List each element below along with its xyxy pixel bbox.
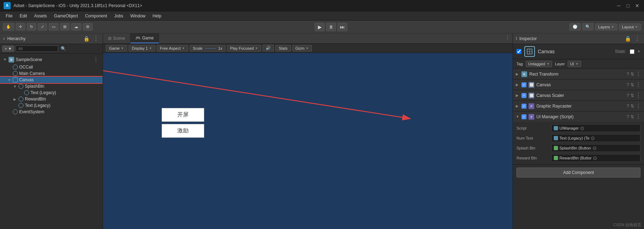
tree-item-maincamera[interactable]: Main Camera (0, 70, 103, 77)
splash-btn-game[interactable]: 开屏 (162, 108, 204, 122)
stats-btn[interactable]: Stats (275, 45, 291, 51)
numtext-target-btn[interactable]: ⊙ (591, 135, 595, 141)
rect-transform-settings-btn[interactable]: ⇅ (631, 71, 634, 77)
menu-file[interactable]: File (3, 13, 15, 19)
raycaster-settings-btn[interactable]: ⇅ (631, 103, 634, 109)
toggle-rewardbtn[interactable]: ▶ (13, 97, 17, 101)
reward-btn-game[interactable]: 激励 (162, 124, 204, 138)
component-ui-manager-header[interactable]: ▼ ✓ # UI Manager (Script) ? ⇅ ⋮ (513, 111, 644, 122)
tree-item-textlegacy1[interactable]: Text (Legacy) (0, 89, 103, 96)
menu-jobs[interactable]: Jobs (111, 13, 126, 19)
menu-help[interactable]: Help (150, 13, 164, 19)
tab-more-btn[interactable]: ⋮ (503, 33, 513, 43)
toggle-splashbtn[interactable]: ▼ (13, 84, 17, 88)
script-target-btn[interactable]: ⊙ (580, 125, 584, 131)
menu-window[interactable]: Window (128, 13, 148, 19)
toggle-canvas[interactable]: ▼ (7, 78, 11, 82)
component-canvas-scaler-header[interactable]: ▶ ✓ ⬜ Canvas Scaler ? ⇅ ⋮ (513, 90, 644, 100)
tree-item-canvas[interactable]: ▼ Canvas (0, 77, 103, 83)
step-button[interactable]: ⏭ (337, 23, 347, 31)
splashbtn-target-btn[interactable]: ⊙ (592, 145, 597, 151)
hierarchy-search-input[interactable] (16, 45, 58, 52)
search-btn[interactable]: 🔍 (582, 23, 594, 31)
canvas-settings-btn[interactable]: ⇅ (631, 81, 634, 88)
mute-btn[interactable]: 🔊 (263, 45, 274, 51)
raycaster-help-btn[interactable]: ? (627, 103, 629, 109)
game-dropdown[interactable]: Game ▼ (106, 45, 127, 51)
rewardbtn-field-value[interactable]: RewardBtn (Buttor ⊙ (551, 154, 640, 162)
tree-item-textlegacy2[interactable]: Text (Legacy) (0, 102, 103, 109)
tag-dropdown[interactable]: Untagged ▼ (526, 61, 552, 67)
ui-manager-settings-btn[interactable]: ⇅ (631, 113, 634, 120)
tree-item-samplescene[interactable]: ▼ ⊞ SampleScene ⋮ (0, 55, 103, 64)
rect-transform-toggle[interactable]: ▶ (516, 72, 519, 76)
hierarchy-more-btn[interactable]: ⋮ (92, 35, 100, 42)
hierarchy-add-btn[interactable]: + ▼ (2, 45, 14, 52)
canvas-help-btn[interactable]: ? (627, 81, 629, 88)
inspector-more-btn[interactable]: ⋮ (633, 35, 641, 42)
raycaster-more-btn[interactable]: ⋮ (635, 103, 641, 109)
menu-component[interactable]: Component (82, 13, 110, 19)
scene-more-btn[interactable]: ⋮ (92, 56, 100, 63)
history-btn[interactable]: 🕐 (569, 23, 581, 31)
play-focused-dropdown[interactable]: Play Focused ▼ (227, 45, 261, 51)
menu-assets[interactable]: Assets (31, 13, 50, 19)
tab-game[interactable]: 🎮 Game (130, 33, 159, 43)
ui-manager-toggle[interactable]: ▼ (516, 115, 519, 119)
gizmos-btn[interactable]: Gizm ▼ (292, 45, 312, 51)
ui-manager-help-btn[interactable]: ? (627, 113, 629, 120)
canvas-scaler-help-btn[interactable]: ? (627, 92, 629, 99)
canvas-scaler-toggle[interactable]: ▶ (516, 93, 519, 97)
canvas-comp-toggle[interactable]: ▶ (516, 83, 519, 87)
minimize-button[interactable]: ─ (616, 2, 622, 9)
rect-transform-more-btn[interactable]: ⋮ (635, 71, 641, 77)
canvas-scaler-settings-btn[interactable]: ⇅ (631, 92, 634, 99)
scale-tool-btn[interactable]: ⤢ (38, 23, 47, 31)
object-enabled-checkbox[interactable] (516, 49, 521, 54)
menu-gameobject[interactable]: GameObject (51, 13, 81, 19)
hand-tool-btn[interactable]: ✋ (3, 23, 14, 31)
tab-scene[interactable]: ⊞ Scene (103, 33, 130, 43)
display-dropdown[interactable]: Display 1 ▼ (129, 45, 155, 51)
splashbtn-field-value[interactable]: SplashBtn (Button ⊙ (551, 144, 640, 152)
raycaster-toggle[interactable]: ▶ (516, 104, 519, 108)
canvas-scaler-checkbox[interactable]: ✓ (521, 93, 526, 98)
scale-control[interactable]: Scale ——— 1x (190, 45, 226, 51)
static-dropdown-arrow[interactable]: ▼ (637, 50, 640, 53)
rect-transform-help-btn[interactable]: ? (627, 71, 629, 77)
collab-settings-btn[interactable]: ⚙ (83, 23, 93, 31)
move-tool-btn[interactable]: ✛ (16, 23, 25, 31)
canvas-comp-checkbox[interactable]: ✓ (521, 82, 526, 87)
script-field-value[interactable]: UIManager ⊙ (551, 124, 640, 132)
pause-button[interactable]: ⏸ (326, 23, 336, 31)
component-rect-transform-header[interactable]: ▶ ⊕ Rect Transform ? ⇅ ⋮ (513, 69, 644, 79)
rewardbtn-target-btn[interactable]: ⊙ (593, 155, 597, 161)
rotate-tool-btn[interactable]: ↻ (27, 23, 36, 31)
numtext-field-value[interactable]: Text (Legacy) (Te ⊙ (551, 134, 640, 142)
static-checkbox[interactable] (630, 49, 634, 54)
toggle-samplescene[interactable]: ▼ (3, 58, 7, 62)
layers-dropdown[interactable]: Layers ▼ (595, 23, 617, 31)
layer-dropdown[interactable]: UI ▼ (568, 61, 581, 67)
tree-item-occall[interactable]: OCCall (0, 64, 103, 70)
transform-tool-btn[interactable]: ⊞ (60, 23, 70, 31)
inspector-lock-btn[interactable]: 🔒 (624, 35, 632, 42)
rect-tool-btn[interactable]: ▭ (49, 23, 59, 31)
canvas-more-btn[interactable]: ⋮ (635, 81, 641, 88)
maximize-button[interactable]: □ (625, 2, 631, 9)
component-graphic-raycaster-header[interactable]: ▶ ✓ # Graphic Raycaster ? ⇅ ⋮ (513, 101, 644, 111)
hierarchy-search-icon[interactable]: 🔍 (60, 46, 67, 51)
layout-dropdown[interactable]: Layout ▼ (619, 23, 641, 31)
ui-manager-more-btn[interactable]: ⋮ (635, 113, 641, 120)
tree-item-eventsystem[interactable]: EventSystem (0, 109, 103, 115)
component-canvas-header[interactable]: ▶ ✓ ⬜ Canvas ? ⇅ ⋮ (513, 80, 644, 90)
close-button[interactable]: ✕ (634, 2, 640, 9)
cloud-collab-btn[interactable]: ☁ (71, 23, 81, 31)
tree-item-splashbtn[interactable]: ▼ SplashBtn (0, 83, 103, 89)
hierarchy-lock-btn[interactable]: 🔒 (82, 35, 91, 42)
raycaster-checkbox[interactable]: ✓ (521, 104, 526, 109)
play-button[interactable]: ▶ (315, 23, 325, 31)
canvas-scaler-more-btn[interactable]: ⋮ (635, 92, 641, 99)
aspect-dropdown[interactable]: Free Aspect ▼ (157, 45, 188, 51)
menu-edit[interactable]: Edit (17, 13, 30, 19)
